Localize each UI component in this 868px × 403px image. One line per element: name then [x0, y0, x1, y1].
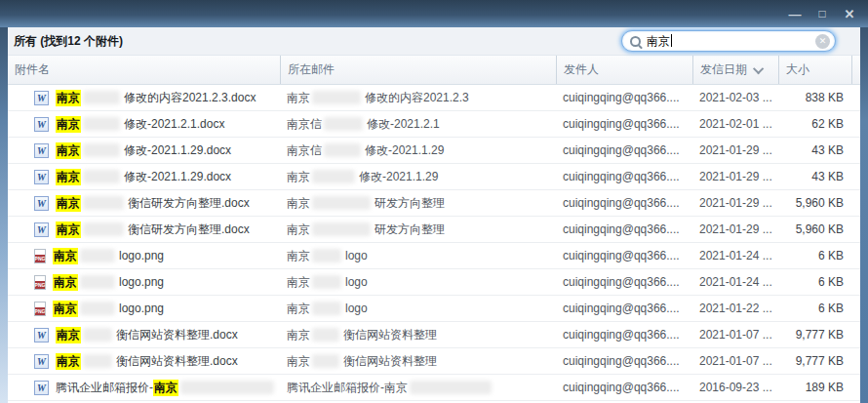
redacted-text: [80, 275, 115, 289]
header-size[interactable]: 大小: [778, 56, 851, 84]
maximize-icon[interactable]: □: [813, 8, 831, 20]
redacted-text: [83, 170, 120, 183]
redacted-text: [312, 222, 371, 236]
date-cell: 2021-01-29 ...: [692, 217, 778, 242]
word-file-icon: W: [34, 170, 49, 184]
attachment-name-cell: W 腾讯企业邮箱报价-南京: [8, 375, 280, 400]
attachment-row[interactable]: PNG 南京logo.png 南京logo cuiqingqing@qq366.…: [8, 296, 860, 322]
window-frame: 所有 (找到12 个附件) 南京 ✕ 附件名 所在邮件 发件人 发信日期 大小 …: [0, 27, 868, 403]
redacted-text: [83, 354, 112, 368]
attachment-row[interactable]: PNG 南京logo.png 南京logo cuiqingqing@qq366.…: [8, 243, 860, 269]
redacted-text: [312, 196, 371, 210]
minimize-icon[interactable]: —: [786, 8, 804, 20]
sender-cell: cuiqingqing@qq366....: [556, 243, 692, 268]
attachment-name-text: 衡信研发方向整理.docx: [128, 195, 250, 212]
header-sender[interactable]: 发件人: [556, 56, 692, 84]
close-icon[interactable]: ✕: [841, 8, 858, 20]
header-attachment-name[interactable]: 附件名: [8, 56, 280, 84]
attachment-row[interactable]: W 腾讯企业邮箱报价-南京 腾讯企业邮箱报价-南京 cuiqingqing@qq…: [8, 375, 860, 401]
word-file-icon: W: [34, 328, 49, 343]
header-mail[interactable]: 所在邮件: [280, 56, 556, 84]
results-count-label: 所有 (找到12 个附件): [14, 33, 123, 50]
date-cell: 2016-09-23 ...: [692, 375, 778, 400]
redacted-text: [83, 328, 112, 342]
attachment-name-text: 修改-2021.2.1.docx: [124, 116, 224, 133]
attachment-name-cell: W 南京衡信研发方向整理.docx: [8, 217, 280, 242]
sort-desc-icon: [753, 62, 764, 73]
attachment-name-text: 修改-2021.1.29.docx: [124, 169, 231, 185]
mail-subject-cell: 南京修改-2021.1.29: [280, 164, 556, 189]
sender-cell: cuiqingqing@qq366....: [556, 296, 692, 321]
size-cell: 189 KB: [778, 375, 851, 400]
search-icon: [630, 36, 641, 47]
header-date[interactable]: 发信日期: [692, 56, 778, 84]
redacted-text: [312, 170, 355, 183]
attachment-name-cell: W 南京衡信网站资料整理.docx: [8, 322, 280, 347]
title-bar: — □ ✕: [0, 0, 868, 27]
redacted-text: [83, 222, 124, 236]
attachment-name-cell: W 南京修改的内容2021.2.3.docx: [8, 85, 280, 110]
word-file-icon: W: [34, 117, 49, 132]
attachment-row[interactable]: W 南京衡信研发方向整理.docx 南京研发方向整理 cuiqingqing@q…: [8, 217, 860, 243]
redacted-text: [312, 91, 361, 104]
search-match-highlight: 南京: [153, 380, 178, 396]
sender-cell: cuiqingqing@qq366....: [556, 85, 692, 110]
attachment-name-cell: W 南京衡信研发方向整理.docx: [8, 190, 280, 216]
redacted-text: [83, 143, 120, 157]
mail-subject-cell: 南京研发方向整理: [280, 190, 556, 216]
word-file-icon: W: [34, 143, 49, 158]
size-cell: 6 KB: [778, 243, 851, 268]
search-match-highlight: 南京: [56, 116, 81, 133]
search-input[interactable]: 南京: [647, 33, 815, 50]
attachment-name-cell: PNG 南京logo.png: [8, 269, 280, 295]
date-cell: 2021-02-03 ...: [692, 85, 778, 110]
window-border-left: [0, 27, 8, 403]
attachment-name-text: logo.png: [119, 249, 164, 262]
redacted-text: [83, 91, 120, 104]
attachment-name-text: 修改-2021.1.29.docx: [124, 142, 231, 159]
attachment-name-cell: W 南京修改-2021.2.1.docx: [8, 111, 280, 137]
redacted-text: [312, 275, 341, 289]
attachment-row[interactable]: W 南京修改-2021.1.29.docx 南京修改-2021.1.29 cui…: [8, 164, 860, 190]
date-cell: 2021-01-24 ...: [692, 243, 778, 268]
attachment-name-cell: PNG 南京logo.png: [8, 296, 280, 321]
word-file-icon: W: [34, 91, 49, 105]
attachment-name-cell: W 南京修改-2021.1.29.docx: [8, 138, 280, 163]
redacted-text: [80, 249, 115, 262]
size-cell: 838 KB: [778, 85, 851, 110]
attachment-row[interactable]: W 南京修改-2021.2.1.docx 南京信修改-2021.2.1 cuiq…: [8, 111, 860, 138]
attachment-name-text: 腾讯企业邮箱报价-: [56, 380, 153, 396]
attachment-row[interactable]: PNG 南京logo.png 南京logo cuiqingqing@qq366.…: [8, 269, 860, 296]
attachment-name-cell: W 南京修改-2021.1.29.docx: [8, 164, 280, 189]
redacted-text: [324, 117, 363, 131]
mail-subject-cell: 南京logo: [280, 269, 556, 295]
attachment-name-text: 衡信研发方向整理.docx: [128, 222, 250, 238]
sender-cell: cuiqingqing@qq366....: [556, 217, 692, 242]
sender-cell: cuiqingqing@qq366....: [556, 269, 692, 295]
redacted-text: [83, 196, 124, 210]
attachment-row[interactable]: W 南京衡信网站资料整理.docx 南京衡信网站资料整理 cuiqingqing…: [8, 322, 860, 348]
search-query-text: 南京: [647, 34, 670, 48]
sender-cell: cuiqingqing@qq366....: [556, 111, 692, 137]
attachment-row[interactable]: W 南京衡信网站资料整理.docx 南京衡信网站资料整理 cuiqingqing…: [8, 348, 860, 375]
date-cell: 2021-01-22 ...: [692, 296, 778, 321]
size-cell: 5,960 KB: [778, 217, 851, 242]
redacted-text: [180, 381, 274, 394]
attachment-row[interactable]: W 南京修改-2021.1.29.docx 南京信修改-2021.1.29 cu…: [8, 138, 860, 164]
redacted-text: [324, 143, 361, 157]
date-cell: 2021-01-29 ...: [692, 164, 778, 189]
search-match-highlight: 南京: [56, 327, 81, 343]
png-file-icon: PNG: [34, 249, 46, 263]
mail-subject-cell: 南京衡信网站资料整理: [280, 348, 556, 374]
sender-cell: cuiqingqing@qq366....: [556, 138, 692, 163]
search-match-highlight: 南京: [56, 169, 81, 185]
size-cell: 5,960 KB: [778, 190, 851, 216]
attachment-row[interactable]: W 南京修改的内容2021.2.3.docx 南京修改的内容2021.2.3 c…: [8, 85, 860, 111]
attachment-row[interactable]: W 南京衡信研发方向整理.docx 南京研发方向整理 cuiqingqing@q…: [8, 190, 860, 217]
clear-search-icon[interactable]: ✕: [815, 34, 830, 49]
redacted-text: [312, 328, 339, 342]
mail-subject-cell: 南京研发方向整理: [280, 217, 556, 242]
search-box[interactable]: 南京 ✕: [621, 30, 836, 52]
date-cell: 2021-02-01 ...: [692, 111, 778, 137]
window-content: 所有 (找到12 个附件) 南京 ✕ 附件名 所在邮件 发件人 发信日期 大小 …: [8, 27, 860, 403]
